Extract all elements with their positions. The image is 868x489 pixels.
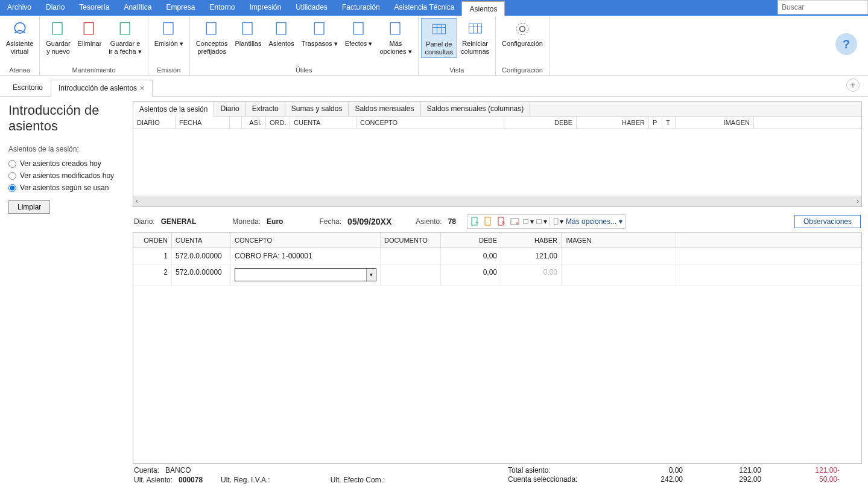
- concepto-input[interactable]: [235, 269, 366, 281]
- horizontal-scrollbar[interactable]: ‹ ›: [133, 196, 861, 206]
- upper-col-blank[interactable]: [230, 117, 242, 129]
- menu-empresa[interactable]: Empresa: [159, 0, 202, 16]
- entry-col-haber[interactable]: HABER: [501, 233, 562, 248]
- plantillas-button[interactable]: Plantillas: [231, 18, 265, 49]
- doc-add-icon[interactable]: +: [470, 216, 481, 227]
- upper-col-CUENTA[interactable]: CUENTA: [290, 117, 356, 129]
- entry-col-imagen[interactable]: IMAGEN: [562, 233, 676, 248]
- eliminar-button[interactable]: Eliminar: [74, 18, 106, 49]
- entry-cell[interactable]: 0,00: [441, 248, 501, 264]
- asiento-value: 78: [448, 217, 456, 226]
- entry-cell[interactable]: 0,00: [501, 264, 562, 285]
- limpiar-button[interactable]: Limpiar: [8, 200, 50, 214]
- entry-cell[interactable]: 1: [133, 248, 172, 264]
- menu-impresión[interactable]: Impresión: [242, 0, 288, 16]
- subtab-1[interactable]: Diario: [214, 102, 246, 116]
- panel-consultas-button[interactable]: Panel de consultas: [421, 18, 457, 58]
- close-icon[interactable]: ✕: [139, 85, 145, 92]
- entry-cell[interactable]: 0,00: [441, 264, 501, 285]
- entry-cell[interactable]: 2: [133, 264, 172, 285]
- svg-rect-1: [53, 23, 63, 34]
- entry-col-concepto[interactable]: CONCEPTO: [231, 233, 381, 248]
- entry-col-documento[interactable]: DOCUMENTO: [381, 233, 441, 248]
- entry-cell[interactable]: ▾: [231, 264, 381, 285]
- menu-asistencia-técnica[interactable]: Asistencia Técnica: [387, 0, 462, 16]
- upper-col-DIARIO[interactable]: DIARIO: [133, 117, 176, 129]
- upper-col-CONCEPTO[interactable]: CONCEPTO: [356, 117, 504, 129]
- upper-col-DEBE[interactable]: DEBE: [504, 117, 577, 129]
- radio-0[interactable]: Ver asientos creados hoy: [8, 159, 124, 168]
- observaciones-button[interactable]: Observaciones: [794, 215, 861, 228]
- entry-cell[interactable]: 572.0.0.00000: [172, 264, 231, 285]
- entry-cell[interactable]: [381, 264, 441, 285]
- menu-facturación[interactable]: Facturación: [335, 0, 387, 16]
- doc-delete-icon[interactable]: x: [496, 216, 507, 227]
- subtab-5[interactable]: Saldos mensuales (columnas): [421, 102, 531, 116]
- scroll-right-icon[interactable]: ›: [857, 197, 859, 205]
- efectos-button[interactable]: Efectos ▾: [341, 18, 376, 49]
- grid-delete-icon[interactable]: x: [510, 216, 521, 227]
- entry-col-debe[interactable]: DEBE: [441, 233, 501, 248]
- help-icon[interactable]: ?: [835, 33, 857, 55]
- total-r1c3: 121,00-: [767, 466, 840, 475]
- subtab-4[interactable]: Saldos mensuales: [349, 102, 420, 116]
- entry-cell[interactable]: [562, 248, 676, 264]
- asientos-util-button[interactable]: Asientos: [265, 18, 297, 49]
- doc-dd-icon[interactable]: ▾: [553, 216, 563, 227]
- radio-1[interactable]: Ver asientos modificados hoy: [8, 171, 124, 180]
- mas-opciones-button[interactable]: Más opciones... ▾: [566, 217, 622, 226]
- upper-col-HABER[interactable]: HABER: [577, 117, 649, 129]
- radio-input-0[interactable]: [8, 160, 16, 168]
- asistente-virtual-button[interactable]: Asistente virtual: [2, 18, 37, 57]
- tab-introducción-de-asientos[interactable]: Introducción de asientos✕: [51, 80, 153, 97]
- menu-diario[interactable]: Diario: [39, 0, 72, 16]
- upper-col-IMAGEN[interactable]: IMAGEN: [676, 117, 754, 129]
- radio-input-2[interactable]: [8, 184, 16, 192]
- menu-entorno[interactable]: Entorno: [202, 0, 242, 16]
- entry-cell[interactable]: 572.0.0.00000: [172, 248, 231, 264]
- traspasos-button[interactable]: Traspasos ▾: [298, 18, 341, 49]
- menu-asientos[interactable]: Asientos: [461, 1, 505, 16]
- ribbon-group-title: Útiles: [192, 65, 416, 75]
- entry-row[interactable]: 1572.0.0.00000COBRO FRA: 1-0000010,00121…: [133, 248, 861, 264]
- svg-rect-28: [524, 219, 528, 224]
- entry-row[interactable]: 2572.0.0.00000▾0,000,00: [133, 264, 861, 286]
- guardar-ir-fecha-button[interactable]: Guardar e ir a fecha ▾: [105, 18, 145, 57]
- tab-escritorio[interactable]: Escritorio: [5, 79, 51, 96]
- ribbon-group-title: Mantenimiento: [42, 65, 145, 75]
- menu-utilidades[interactable]: Utilidades: [288, 0, 335, 16]
- menu-archivo[interactable]: Archivo: [0, 0, 39, 16]
- menu-analítica[interactable]: Analítica: [116, 0, 159, 16]
- add-tab-button[interactable]: +: [846, 78, 860, 92]
- grid-dd1-icon[interactable]: ▾: [523, 216, 534, 227]
- grid-dd2-icon[interactable]: ▾: [536, 216, 547, 227]
- entry-cell[interactable]: [381, 248, 441, 264]
- menu-tesorería[interactable]: Tesorería: [72, 0, 116, 16]
- emision-button[interactable]: Emisión ▾: [151, 18, 187, 49]
- entry-col-cuenta[interactable]: CUENTA: [172, 233, 231, 248]
- upper-col-ORD.[interactable]: ORD.: [266, 117, 290, 129]
- reiniciar-columnas-button[interactable]: Reiniciar columnas: [457, 18, 493, 57]
- search-input[interactable]: [778, 0, 868, 14]
- upper-col-ASI.[interactable]: ASI.: [242, 117, 266, 129]
- upper-col-T[interactable]: T: [662, 117, 676, 129]
- scroll-left-icon[interactable]: ‹: [136, 197, 138, 205]
- conceptos-prefijados-button[interactable]: Conceptos prefijados: [192, 18, 232, 57]
- moneda-label: Moneda:: [232, 217, 261, 226]
- mas-opciones-ribbon-button[interactable]: Más opciones ▾: [376, 18, 415, 57]
- concepto-dropdown-icon[interactable]: ▾: [366, 269, 376, 281]
- entry-cell[interactable]: COBRO FRA: 1-000001: [231, 248, 381, 264]
- subtab-2[interactable]: Extracto: [246, 102, 285, 116]
- entry-cell[interactable]: 121,00: [501, 248, 562, 264]
- entry-cell[interactable]: [562, 264, 676, 285]
- configuracion-button[interactable]: Configuración: [498, 18, 546, 49]
- subtab-3[interactable]: Sumas y saldos: [285, 102, 349, 116]
- upper-col-P[interactable]: P: [649, 117, 662, 129]
- guardar-nuevo-button[interactable]: Guardar y nuevo: [42, 18, 74, 57]
- radio-input-1[interactable]: [8, 172, 16, 180]
- subtab-0[interactable]: Asientos de la sesión: [133, 103, 214, 117]
- upper-col-FECHA[interactable]: FECHA: [176, 117, 230, 129]
- radio-2[interactable]: Ver asientos según se usan: [8, 184, 124, 192]
- entry-col-orden[interactable]: ORDEN: [133, 233, 172, 248]
- doc-edit-icon[interactable]: [483, 216, 494, 227]
